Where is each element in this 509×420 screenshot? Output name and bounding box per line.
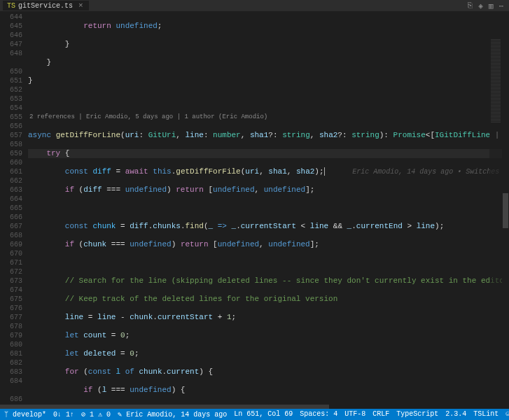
codelens-getdiffforline[interactable]: 2 references | Eric Amodio, 5 days ago |… [28, 113, 509, 122]
status-position[interactable]: Ln 651, Col 69 [234, 410, 293, 419]
typescript-icon: TS [7, 2, 15, 10]
status-feedback[interactable]: ☺ [505, 410, 509, 419]
status-linter[interactable]: TSLint [473, 410, 498, 419]
status-spaces[interactable]: Spaces: 4 [300, 410, 337, 419]
more-icon[interactable]: ⋯ [498, 1, 503, 10]
close-icon[interactable]: × [78, 1, 83, 10]
editor-tab[interactable]: TS gitService.ts × [3, 1, 89, 10]
status-blame[interactable]: ✎ Eric Amodio, 14 days ago [118, 410, 227, 419]
split-icon[interactable]: ▥ [489, 1, 494, 10]
code-content[interactable]: return undefined; } } } 2 references | E… [28, 11, 509, 409]
tab-bar: TS gitService.ts × ⎘ ◈ ▥ ⋯ [0, 0, 509, 11]
diff-icon[interactable]: ◈ [478, 1, 483, 10]
status-bar: ᛘ develop* 0↓ 1↑ ⊘ 1 ⚠ 0 ✎ Eric Amodio, … [0, 409, 509, 420]
status-version[interactable]: 2.3.4 [445, 410, 466, 419]
minimap[interactable] [489, 11, 502, 409]
status-language[interactable]: TypeScript [396, 410, 438, 419]
status-problems[interactable]: ⊘ 1 ⚠ 0 [81, 410, 111, 419]
editor-actions: ⎘ ◈ ▥ ⋯ [468, 1, 506, 10]
status-sync[interactable]: 0↓ 1↑ [53, 411, 74, 419]
tab-filename: gitService.ts [18, 2, 73, 10]
status-encoding[interactable]: UTF-8 [344, 410, 365, 419]
status-eol[interactable]: CRLF [372, 410, 389, 419]
vertical-scrollbar[interactable] [502, 11, 509, 409]
scroll-thumb[interactable] [503, 193, 508, 228]
line-numbers: 644 645 646 647 648 650 651 652 653 654 … [0, 11, 28, 409]
code-editor[interactable]: 644 645 646 647 648 650 651 652 653 654 … [0, 11, 509, 409]
line-blame: Eric Amodio, 14 days ago • Switches to n… [352, 168, 509, 176]
compare-icon[interactable]: ⎘ [468, 1, 473, 10]
status-branch[interactable]: ᛘ develop* [4, 411, 46, 419]
